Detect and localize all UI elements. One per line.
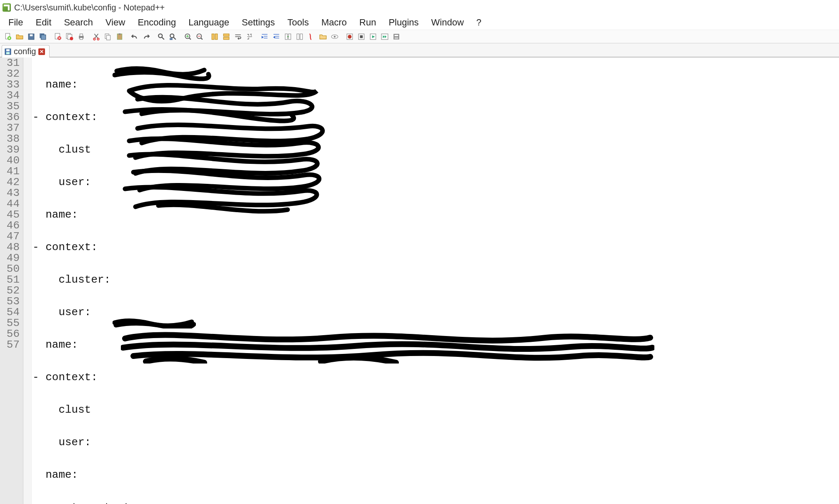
zoom-in-icon[interactable] bbox=[183, 31, 193, 42]
line-number: 32 bbox=[0, 68, 20, 79]
svg-point-37 bbox=[348, 35, 352, 38]
svg-rect-12 bbox=[80, 34, 83, 36]
tab-label: config bbox=[14, 47, 36, 56]
play-icon[interactable] bbox=[368, 31, 378, 42]
code-area[interactable]: name: - context: clust user: name: - con… bbox=[32, 58, 839, 504]
menu-file[interactable]: File bbox=[3, 15, 29, 30]
wrap-icon[interactable] bbox=[233, 31, 243, 42]
svg-rect-3 bbox=[30, 34, 33, 36]
menu-edit[interactable]: Edit bbox=[30, 15, 57, 30]
code-line[interactable]: user: bbox=[32, 437, 839, 448]
save-icon[interactable] bbox=[26, 31, 37, 42]
code-line[interactable]: cluster: bbox=[32, 274, 839, 285]
line-number: 57 bbox=[0, 339, 20, 350]
code-line[interactable]: current-context: bbox=[32, 502, 839, 504]
save-macro-icon[interactable] bbox=[391, 31, 402, 42]
close-all-icon[interactable] bbox=[64, 31, 75, 42]
menu-run[interactable]: Run bbox=[353, 15, 382, 30]
paste-icon[interactable] bbox=[114, 31, 125, 42]
code-line[interactable]: - context: bbox=[32, 112, 839, 123]
svg-rect-32 bbox=[297, 34, 299, 40]
code-line[interactable]: name: bbox=[32, 79, 839, 90]
tab-config[interactable]: config ✕ bbox=[2, 45, 50, 58]
line-number: 42 bbox=[0, 177, 20, 188]
code-line[interactable]: name: bbox=[32, 209, 839, 220]
show-all-icon[interactable]: ¶ bbox=[244, 31, 255, 42]
svg-point-21 bbox=[170, 34, 174, 38]
line-number: 39 bbox=[0, 144, 20, 155]
copy-icon[interactable] bbox=[103, 31, 113, 42]
indent-icon[interactable] bbox=[259, 31, 270, 42]
outdent-icon[interactable] bbox=[271, 31, 282, 42]
svg-rect-39 bbox=[360, 35, 363, 38]
window-title: C:\Users\sumit\.kube\config - Notepad++ bbox=[14, 3, 165, 13]
svg-rect-31 bbox=[288, 34, 291, 40]
line-number: 40 bbox=[0, 155, 20, 166]
record-icon[interactable] bbox=[344, 31, 355, 42]
svg-rect-30 bbox=[285, 34, 288, 40]
line-number: 56 bbox=[0, 328, 20, 339]
line-number: 35 bbox=[0, 101, 20, 112]
line-number: 44 bbox=[0, 198, 20, 209]
print-icon[interactable] bbox=[76, 31, 87, 42]
close-icon[interactable] bbox=[53, 31, 63, 42]
menu-search[interactable]: Search bbox=[58, 15, 99, 30]
code-line[interactable]: - context: bbox=[32, 242, 839, 253]
menu-settings[interactable]: Settings bbox=[236, 15, 281, 30]
code-line[interactable]: clust bbox=[32, 144, 839, 155]
replace-icon[interactable] bbox=[168, 31, 178, 42]
open-file-icon[interactable] bbox=[14, 31, 25, 42]
cut-icon[interactable] bbox=[91, 31, 102, 42]
new-file-icon[interactable] bbox=[3, 31, 13, 42]
menu-view[interactable]: View bbox=[100, 15, 131, 30]
undo-icon[interactable] bbox=[129, 31, 140, 42]
code-line[interactable]: name: bbox=[32, 339, 839, 350]
zoom-out-icon[interactable] bbox=[194, 31, 205, 42]
sync-h-icon[interactable] bbox=[221, 31, 232, 42]
code-line[interactable]: - context: bbox=[32, 372, 839, 383]
menu-language[interactable]: Language bbox=[183, 15, 235, 30]
fast-forward-icon[interactable] bbox=[379, 31, 390, 42]
convert-icon[interactable] bbox=[283, 31, 293, 42]
line-number: 33 bbox=[0, 79, 20, 90]
line-number: 36 bbox=[0, 112, 20, 123]
code-line[interactable]: user: bbox=[32, 177, 839, 188]
code-line[interactable]: user: bbox=[32, 307, 839, 318]
svg-rect-25 bbox=[212, 34, 214, 40]
svg-point-35 bbox=[334, 35, 336, 38]
menu-encoding[interactable]: Encoding bbox=[132, 15, 182, 30]
line-number: 54 bbox=[0, 307, 20, 318]
line-number: 38 bbox=[0, 133, 20, 144]
sync-v-icon[interactable] bbox=[209, 31, 220, 42]
menu-tools[interactable]: Tools bbox=[282, 15, 315, 30]
editor: 3132333435363738394041424344454647484950… bbox=[0, 58, 839, 504]
stop-icon[interactable] bbox=[356, 31, 367, 42]
find-icon[interactable] bbox=[156, 31, 167, 42]
line-number: 48 bbox=[0, 242, 20, 253]
line-number: 49 bbox=[0, 253, 20, 263]
folder-icon[interactable] bbox=[318, 31, 328, 42]
fold-margin bbox=[23, 58, 32, 504]
menu-window[interactable]: Window bbox=[426, 15, 470, 30]
line-number: 41 bbox=[0, 166, 20, 177]
svg-rect-19 bbox=[119, 33, 121, 35]
menu-help[interactable]: ? bbox=[471, 15, 487, 30]
tab-bar: config ✕ bbox=[0, 43, 839, 58]
line-number: 45 bbox=[0, 209, 20, 220]
monitor-icon[interactable] bbox=[329, 31, 340, 42]
code-line[interactable]: clust bbox=[32, 404, 839, 415]
comment-icon[interactable] bbox=[294, 31, 305, 42]
menu-plugins[interactable]: Plugins bbox=[383, 15, 424, 30]
tab-close-icon[interactable]: ✕ bbox=[38, 48, 45, 55]
function-list-icon[interactable] bbox=[306, 31, 317, 42]
menu-bar: File Edit Search View Encoding Language … bbox=[0, 15, 839, 30]
toolbar: ¶ bbox=[0, 30, 839, 43]
svg-rect-5 bbox=[41, 35, 46, 39]
menu-macro[interactable]: Macro bbox=[316, 15, 353, 30]
svg-rect-46 bbox=[6, 49, 10, 51]
line-number: 50 bbox=[0, 263, 20, 274]
svg-rect-28 bbox=[223, 37, 229, 40]
redo-icon[interactable] bbox=[141, 31, 152, 42]
save-all-icon[interactable] bbox=[38, 31, 48, 42]
code-line[interactable]: name: bbox=[32, 469, 839, 480]
